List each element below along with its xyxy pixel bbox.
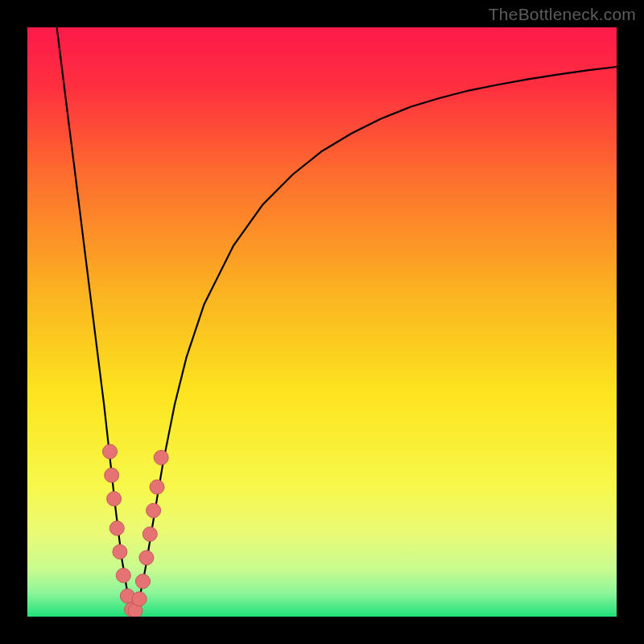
chart-frame: TheBottleneck.com [0,0,644,644]
curve-layer [27,27,617,617]
data-dot [116,568,130,583]
data-dot [103,444,118,459]
data-dot [139,551,154,565]
plot-area [27,27,617,617]
data-dots [103,444,169,617]
data-dot [107,492,122,506]
data-dot [109,521,124,535]
data-dot [132,592,147,606]
data-dot [147,503,161,518]
data-dot [142,527,157,542]
bottleneck-curve [57,27,617,617]
data-dot [154,450,168,464]
data-dot [136,574,151,588]
data-dot [150,480,164,494]
data-dot [105,468,119,482]
watermark-text: TheBottleneck.com [489,5,636,24]
data-dot [113,545,127,559]
